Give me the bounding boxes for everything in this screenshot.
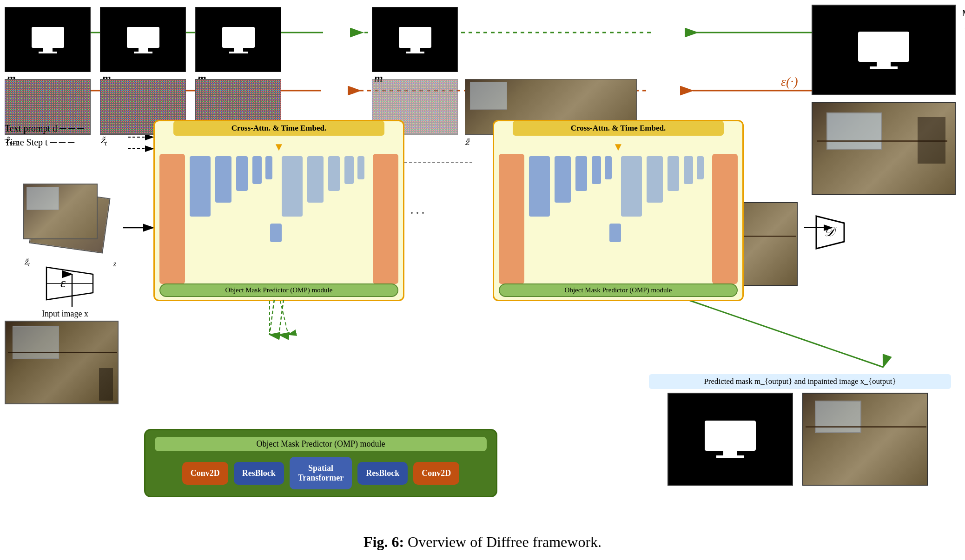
svg-rect-59	[870, 66, 898, 69]
omp-detail-title: Object Mask Predictor (OMP) module	[155, 437, 487, 451]
unet-block-1: Cross-Attn. & Time Embed. ▼ Object Mask …	[153, 120, 404, 301]
unet2-attn-arrow: ▼	[613, 141, 624, 153]
svg-rect-47	[39, 52, 57, 53]
right-mask-label: Mask	[962, 8, 965, 19]
unet-block-2: Cross-Attn. & Time Embed. ▼ Object Mask …	[493, 120, 744, 301]
svg-rect-52	[234, 48, 243, 52]
mask-image-3: m	[195, 7, 281, 72]
decoder-box: 𝒟	[812, 214, 849, 251]
output-monitor-icon	[702, 418, 758, 460]
svg-text:ε: ε	[60, 276, 66, 290]
omp-down-arrows	[260, 297, 307, 344]
unet1-attn-arrow: ▼	[273, 141, 284, 153]
figure-caption: Fig. 6: Overview of Diffree framework.	[0, 534, 965, 551]
svg-line-26	[674, 295, 883, 367]
svg-text:ε(·): ε(·)	[781, 74, 798, 89]
omp-block-resblock-2: ResBlock	[357, 462, 408, 485]
svg-rect-62	[705, 421, 756, 451]
omp-block-conv2d-1: Conv2D	[182, 462, 228, 485]
main-container: ε(·)	[0, 0, 965, 560]
omp-detail-blocks: Conv2D ResBlock SpatialTransformer ResBl…	[155, 457, 487, 489]
output-label-text: Predicted mask m_{output} and inpainted …	[704, 377, 896, 386]
omp-block-resblock-1: ResBlock	[234, 462, 284, 485]
svg-rect-64	[716, 455, 744, 458]
svg-line-69	[270, 300, 274, 335]
figure-label: Fig. 6:	[364, 534, 404, 550]
input-image-photo	[5, 321, 119, 404]
decoder-icon: 𝒟	[812, 214, 849, 251]
time-step-label: Time Step t ─ ─ ─	[5, 137, 74, 148]
output-photo	[802, 393, 928, 486]
monitor-icon-4	[397, 25, 434, 55]
unet2-omp-label: Object Mask Predictor (OMP) module	[499, 283, 738, 297]
right-image-label: Image	[955, 105, 956, 116]
text-prompt-label: Text prompt d ─ ─ ─	[5, 123, 84, 134]
unet-dots: ···	[410, 204, 427, 222]
svg-rect-63	[723, 451, 737, 455]
svg-line-70	[279, 300, 284, 335]
stack-label-zt: z̃t	[24, 257, 30, 268]
encoder-shape: ε	[42, 265, 98, 302]
encoder-small: ε	[42, 265, 98, 302]
noise-label-4: z̃	[465, 137, 469, 147]
unet2-header: Cross-Attn. & Time Embed.	[513, 121, 724, 136]
svg-rect-50	[134, 52, 152, 53]
unet1-header: Cross-Attn. & Time Embed.	[173, 121, 384, 136]
stack-label-z: z	[113, 260, 116, 268]
svg-rect-49	[139, 48, 148, 52]
figure-caption-text: Overview of Diffree framework.	[408, 534, 601, 550]
monitor-icon-3	[220, 25, 257, 55]
mask-image-2: m	[100, 7, 186, 72]
svg-rect-56	[406, 52, 424, 53]
svg-rect-53	[229, 52, 248, 53]
noise-label-2: z̃t	[100, 135, 107, 147]
input-image-label: Input image x	[9, 309, 121, 319]
svg-rect-54	[399, 27, 431, 48]
right-monitor-icon	[856, 29, 912, 71]
svg-rect-48	[127, 27, 159, 48]
omp-block-spatial-transformer: SpatialTransformer	[290, 457, 352, 489]
omp-detail-box: Object Mask Predictor (OMP) module Conv2…	[144, 429, 497, 497]
mask-image-4: m	[372, 7, 458, 72]
unet1-omp-label: Object Mask Predictor (OMP) module	[159, 283, 398, 297]
svg-rect-58	[877, 62, 891, 66]
mask-image-1: m	[5, 7, 91, 72]
svg-text:𝒟: 𝒟	[823, 224, 837, 239]
right-mask-image: Mask m	[812, 5, 956, 95]
svg-rect-46	[43, 48, 53, 52]
right-photo-image: Image x̃	[812, 102, 956, 195]
output-mask	[668, 393, 793, 486]
svg-rect-51	[222, 27, 255, 48]
stacked-images: z̃t z	[23, 184, 116, 258]
svg-rect-55	[410, 48, 420, 52]
monitor-icon-2	[125, 25, 162, 55]
monitor-icon-1	[29, 25, 66, 55]
svg-rect-57	[858, 32, 909, 62]
omp-block-conv2d-2: Conv2D	[413, 462, 459, 485]
output-area-label: Predicted mask m_{output} and inpainted …	[649, 374, 951, 389]
svg-rect-45	[32, 27, 64, 48]
